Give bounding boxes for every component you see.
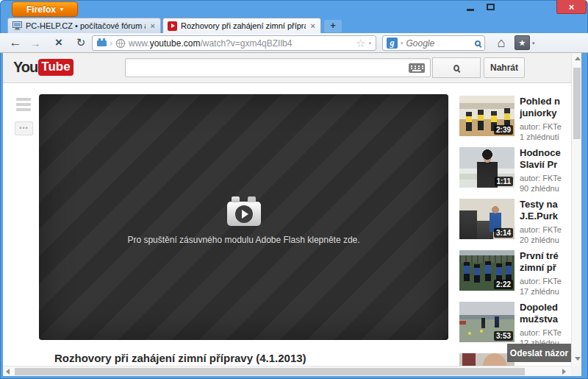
search-icon: [453, 65, 459, 71]
bookmarks-menu-button[interactable]: ★: [514, 35, 530, 50]
guide-menu-icon[interactable]: [16, 98, 31, 113]
logo-you: You: [13, 59, 37, 76]
vertical-scrollbar-thumb[interactable]: [573, 68, 581, 139]
titlebar: Firefox ▾ ×: [0, 0, 588, 18]
url-text[interactable]: www.youtube.com/watch?v=gxm4qBZIlb4: [129, 38, 353, 49]
logo-tube: Tube: [38, 59, 73, 76]
maximize-icon: [487, 4, 495, 10]
tab-strip: PC-HELP.CZ • počítačové fórum a pc... × …: [0, 18, 588, 33]
page-viewport: You Tube Nahrát ••• Pro spuštění zásuvné…: [3, 53, 581, 376]
duration-badge: 3:53: [494, 331, 513, 341]
play-icon: [235, 205, 253, 223]
video-title: Rozhovory při zahájení zimní přípravy (4…: [54, 352, 306, 364]
close-button[interactable]: ×: [556, 0, 587, 14]
youtube-logo[interactable]: You Tube: [13, 59, 74, 76]
youtube-search-button[interactable]: [432, 57, 481, 78]
keyboard-icon[interactable]: [409, 63, 425, 73]
scroll-down-icon[interactable]: [575, 357, 581, 361]
scrollbar-corner: [571, 366, 581, 376]
related-video-item[interactable]: 3:53 Dopoled mužstva autor: FKTe 12 zhlé…: [459, 302, 581, 347]
tab-close-icon[interactable]: ×: [149, 21, 157, 30]
close-icon: ×: [569, 1, 575, 13]
youtube-header: You Tube Nahrát: [3, 53, 581, 83]
tab-title: PC-HELP.CZ • počítačové fórum a pc...: [26, 21, 146, 30]
search-engine-dropdown-icon[interactable]: ▾: [401, 40, 404, 46]
stop-button[interactable]: ×: [50, 33, 68, 52]
maximize-button[interactable]: [481, 0, 499, 14]
bookmark-star-icon[interactable]: ☆: [356, 37, 365, 50]
google-favicon-icon[interactable]: g: [387, 38, 398, 49]
home-button[interactable]: ⌂: [492, 34, 510, 52]
vertical-scrollbar[interactable]: [571, 53, 581, 366]
video-thumbnail[interactable]: 3:53: [459, 302, 514, 342]
url-www: www.: [129, 38, 150, 49]
duration-badge: 1:11: [495, 177, 513, 186]
url-path: /watch?v=gxm4qBZIlb4: [200, 38, 292, 49]
browser-window: Firefox ▾ × PC-HELP.CZ • počítačové fóru…: [0, 0, 588, 379]
globe-icon: [115, 38, 126, 49]
firefox-menu-button[interactable]: Firefox ▾: [12, 1, 78, 17]
flash-plugin-icon[interactable]: [227, 202, 261, 226]
chevron-right-icon: ›: [110, 38, 112, 49]
tab-pc-help[interactable]: PC-HELP.CZ • počítačové fórum a pc... ×: [7, 18, 161, 33]
scroll-up-icon[interactable]: [575, 57, 581, 60]
related-video-item[interactable]: 1:11 Hodnoce Slavií Pr autor: FKTe 90 zh…: [459, 147, 581, 193]
scroll-right-icon[interactable]: [562, 369, 566, 375]
duration-badge: 2:39: [494, 125, 513, 135]
upload-button[interactable]: Nahrát: [484, 57, 525, 78]
navigation-toolbar: ← → × ↻ › www.youtube.com/watch?v=gxm4qB…: [0, 33, 588, 53]
reload-button[interactable]: ↻: [72, 33, 90, 52]
related-video-item[interactable]: 2:39 Pohled n juniorky autor: FKTe 1 zhl…: [459, 96, 581, 141]
video-thumbnail[interactable]: 3:14: [459, 199, 514, 239]
monitor-favicon-icon: [12, 21, 22, 30]
video-thumbnail[interactable]: 2:39: [459, 96, 514, 136]
related-video-item[interactable]: 3:14 Testy na J.E.Purk autor: FKTe 20 zh…: [459, 199, 581, 244]
bookmarks-dropdown-icon[interactable]: ▾: [532, 40, 535, 46]
search-box[interactable]: g ▾: [382, 35, 485, 51]
minimize-icon: [467, 9, 474, 11]
back-button[interactable]: ←: [6, 33, 25, 52]
url-bar[interactable]: › www.youtube.com/watch?v=gxm4qBZIlb4 ☆ …: [92, 35, 376, 51]
flash-activation-area[interactable]: Pro spuštění zásuvného modulu Adobe Flas…: [39, 202, 448, 245]
video-player[interactable]: Pro spuštění zásuvného modulu Adobe Flas…: [39, 94, 448, 340]
scroll-left-icon[interactable]: [6, 369, 10, 375]
tab-title: Rozhovory při zahájení zimní přípravy...: [181, 21, 306, 30]
url-domain: youtube.com: [150, 38, 201, 49]
video-thumbnail[interactable]: 2:22: [459, 250, 514, 291]
tab-youtube-active[interactable]: Rozhovory při zahájení zimní přípravy...…: [162, 18, 321, 33]
related-video-item[interactable]: 2:22 První tré zimní př autor: FKTe 17 z…: [459, 250, 581, 296]
youtube-favicon-icon: [168, 21, 177, 31]
duration-badge: 3:14: [494, 228, 513, 238]
forward-button[interactable]: →: [26, 33, 44, 52]
feedback-button[interactable]: Odeslat názor: [507, 344, 571, 362]
duration-badge: 2:22: [494, 280, 513, 289]
urlbar-dropdown-icon[interactable]: ▾: [368, 40, 371, 46]
plugin-notification-icon[interactable]: [97, 40, 107, 46]
search-input[interactable]: [406, 38, 472, 49]
youtube-search-input[interactable]: [125, 58, 431, 77]
flash-message[interactable]: Pro spuštění zásuvného modulu Adobe Flas…: [127, 235, 359, 245]
new-tab-button[interactable]: +: [324, 20, 342, 32]
tab-close-icon[interactable]: ×: [309, 21, 317, 30]
firefox-menu-label: Firefox: [26, 4, 56, 15]
search-icon[interactable]: [475, 40, 481, 46]
video-thumbnail[interactable]: 1:11: [459, 147, 514, 188]
minimize-button[interactable]: [462, 0, 479, 14]
chevron-down-icon: ▾: [60, 6, 63, 13]
horizontal-scrollbar[interactable]: [3, 366, 571, 376]
horizontal-scrollbar-thumb[interactable]: [15, 368, 525, 375]
guide-expand-button[interactable]: •••: [15, 121, 33, 135]
